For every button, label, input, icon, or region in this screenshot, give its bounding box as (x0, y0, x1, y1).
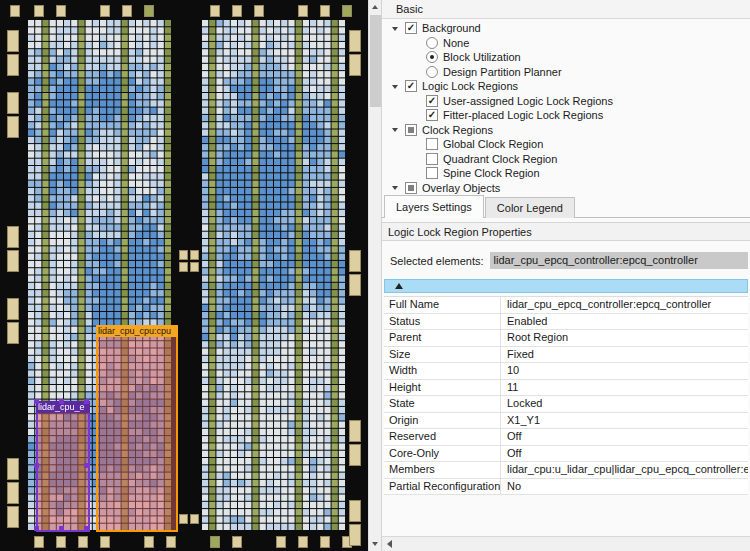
tree-item-label: User-assigned Logic Lock Regions (443, 95, 613, 107)
expand-chevron-down-icon[interactable] (392, 183, 401, 192)
vertical-scrollbar-thumb[interactable] (370, 15, 381, 107)
horizontal-scrollbar[interactable] (382, 536, 750, 551)
tree-item-background[interactable]: ✓Background (382, 21, 750, 36)
tree-item-quadrant-clock-region[interactable]: Quadrant Clock Region (382, 152, 750, 167)
checkbox[interactable]: ✓ (405, 22, 417, 34)
property-row-size[interactable]: SizeFixed (384, 347, 748, 364)
tree-item-none[interactable]: None (382, 36, 750, 51)
property-name: Size (384, 347, 501, 363)
property-row-state[interactable]: StateLocked (384, 396, 748, 413)
property-value: lidar_cpu:u_lidar_cpu|lidar_cpu_epcq_con… (501, 462, 748, 478)
checkbox[interactable]: ✓ (426, 95, 438, 107)
tree-item-spine-clock-region[interactable]: Spine Clock Region (382, 166, 750, 181)
property-name: Origin (384, 413, 501, 429)
tree-item-overlay-objects[interactable]: Overlay Objects (382, 181, 750, 196)
checkbox[interactable] (426, 153, 438, 165)
properties-section-title: Logic Lock Region Properties (382, 222, 750, 241)
region-resize-handle[interactable] (84, 399, 89, 404)
tree-item-logic-lock-regions[interactable]: ✓Logic Lock Regions (382, 79, 750, 94)
region-resize-handle[interactable] (84, 526, 89, 531)
checkbox[interactable] (405, 182, 417, 194)
property-value: No (501, 479, 748, 495)
region-resize-handle[interactable] (84, 463, 89, 468)
scroll-left-arrow-icon[interactable] (384, 539, 396, 549)
region-label: lidar_cpu_cpu:cpu (96, 325, 178, 337)
checkbox[interactable]: ✓ (426, 109, 438, 121)
region-resize-handle[interactable] (59, 526, 64, 531)
selected-element-dropdown[interactable]: lidar_cpu_epcq_controller:epcq_controlle… (490, 252, 748, 269)
property-value: Root Region (501, 330, 748, 346)
property-name: Height (384, 380, 501, 396)
region-resize-handle[interactable] (34, 399, 39, 404)
radio-button[interactable] (426, 37, 438, 49)
expand-chevron-down-icon[interactable] (392, 82, 401, 91)
property-name: Core-Only (384, 446, 501, 462)
scroll-up-arrow-icon[interactable] (369, 0, 381, 14)
property-name: Parent (384, 330, 501, 346)
expand-chevron-down-icon[interactable] (392, 24, 401, 33)
property-value: Off (501, 429, 748, 445)
tree-item-fitter-placed-logic-lock-regions[interactable]: ✓Fitter-placed Logic Lock Regions (382, 108, 750, 123)
chip-planner-window: lidar_cpu_cpu:cpulidar_cpu_e Basic ✓Back… (0, 0, 750, 551)
expand-chevron-down-icon[interactable] (392, 125, 401, 134)
properties-table: Full Namelidar_cpu_epcq_controller:epcq_… (384, 296, 748, 495)
property-row-members[interactable]: Memberslidar_cpu:u_lidar_cpu|lidar_cpu_e… (384, 462, 748, 479)
chip-floorplan-view[interactable]: lidar_cpu_cpu:cpulidar_cpu_e (0, 0, 368, 551)
tree-item-label: Clock Regions (422, 124, 493, 136)
tree-item-label: Quadrant Clock Region (443, 153, 557, 165)
tab-color-legend[interactable]: Color Legend (485, 197, 575, 218)
property-name: Members (384, 462, 501, 478)
properties-collapse-bar[interactable] (384, 279, 748, 293)
property-row-origin[interactable]: OriginX1_Y1 (384, 413, 748, 430)
property-name: State (384, 396, 501, 412)
basic-section-header: Basic (382, 0, 750, 19)
tree-item-block-utilization[interactable]: Block Utilization (382, 50, 750, 65)
property-row-reserved[interactable]: ReservedOff (384, 429, 748, 446)
tree-item-global-clock-region[interactable]: Global Clock Region (382, 137, 750, 152)
tree-item-design-partition-planner[interactable]: Design Partition Planner (382, 65, 750, 80)
radio-button[interactable] (426, 66, 438, 78)
checkbox[interactable] (405, 124, 417, 136)
property-name: Partial Reconfiguration (384, 479, 501, 495)
property-row-height[interactable]: Height11 (384, 380, 748, 397)
property-name: Full Name (384, 297, 501, 313)
layers-panel: Basic ✓BackgroundNoneBlock UtilizationDe… (382, 0, 750, 551)
tab-layers-settings[interactable]: Layers Settings (384, 195, 484, 218)
tree-item-user-assigned-logic-lock-regions[interactable]: ✓User-assigned Logic Lock Regions (382, 94, 750, 109)
region-resize-handle[interactable] (34, 463, 39, 468)
tree-item-label: None (443, 37, 469, 49)
property-row-core-only[interactable]: Core-OnlyOff (384, 446, 748, 463)
property-value: Fixed (501, 347, 748, 363)
scroll-down-arrow-icon[interactable] (369, 537, 381, 551)
property-row-parent[interactable]: ParentRoot Region (384, 330, 748, 347)
collapse-arrow-icon (395, 283, 403, 289)
property-row-partial-reconfiguration[interactable]: Partial ReconfigurationNo (384, 479, 748, 496)
property-value: lidar_cpu_epcq_controller:epcq_controlle… (501, 297, 748, 313)
region-resize-handle[interactable] (34, 526, 39, 531)
property-name: Reserved (384, 429, 501, 445)
logic-lock-region-epcq[interactable]: lidar_cpu_e (36, 401, 90, 532)
vertical-scrollbar[interactable] (368, 0, 382, 551)
property-row-width[interactable]: Width10 (384, 363, 748, 380)
property-row-full-name[interactable]: Full Namelidar_cpu_epcq_controller:epcq_… (384, 297, 748, 314)
tree-item-label: Global Clock Region (443, 138, 543, 150)
layers-tree: ✓BackgroundNoneBlock UtilizationDesign P… (382, 21, 750, 195)
property-value: Off (501, 446, 748, 462)
checkbox[interactable] (426, 138, 438, 150)
tree-item-clock-regions[interactable]: Clock Regions (382, 123, 750, 138)
region-resize-handle[interactable] (59, 399, 64, 404)
radio-button[interactable] (426, 51, 438, 63)
property-value: X1_Y1 (501, 413, 748, 429)
tree-item-label: Fitter-placed Logic Lock Regions (443, 109, 603, 121)
checkbox[interactable]: ✓ (405, 80, 417, 92)
tree-item-label: Spine Clock Region (443, 167, 540, 179)
logic-lock-region-cpu[interactable]: lidar_cpu_cpu:cpu (96, 325, 178, 532)
tree-item-label: Block Utilization (443, 51, 521, 63)
checkbox[interactable] (426, 167, 438, 179)
property-value: 10 (501, 363, 748, 379)
property-value: Locked (501, 396, 748, 412)
property-name: Width (384, 363, 501, 379)
property-row-status[interactable]: StatusEnabled (384, 314, 748, 331)
property-name: Status (384, 314, 501, 330)
tree-item-label: Design Partition Planner (443, 66, 562, 78)
